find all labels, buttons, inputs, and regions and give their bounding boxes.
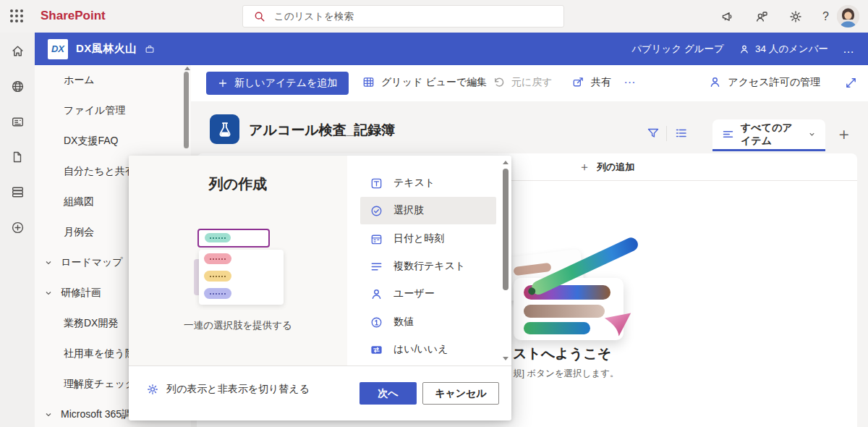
group-type-label[interactable]: パブリック グループ [631, 43, 724, 56]
tab-all-items[interactable]: すべてのアイテム [712, 119, 825, 151]
gear-icon [146, 383, 159, 396]
nav-item-faq[interactable]: DX支援FAQ [35, 126, 191, 156]
add-view-button[interactable]: ＋ [835, 123, 852, 145]
members-count-label: 34 人のメンバー [755, 43, 828, 56]
dialog-scroll-down[interactable] [503, 357, 509, 360]
create-icon[interactable] [10, 220, 25, 235]
welcome-title: ストへようこそ [513, 344, 611, 363]
app-launcher-button[interactable] [10, 9, 25, 24]
view-lines-icon [722, 128, 734, 140]
dialog-footer: 列の表示と非表示を切り替える 次へ キャンセル [129, 365, 511, 420]
dialog-preview-pane: 列の作成 一連の選択肢を提供する [129, 156, 347, 365]
person-icon [708, 75, 722, 89]
option-user[interactable]: ユーザー [360, 280, 496, 308]
chevron-down-icon [44, 289, 53, 297]
search-icon [253, 10, 266, 23]
site-header: DX DX風林火山 パブリック グループ 34 人のメンバー … [35, 33, 868, 65]
undo-button[interactable]: 元に戻す [492, 75, 553, 89]
preview-selected-box [197, 229, 270, 248]
new-item-button[interactable]: 新しいアイテムを追加 [206, 72, 349, 95]
news-icon[interactable] [10, 114, 25, 130]
nav-scroll-up[interactable] [184, 67, 190, 70]
option-multiline[interactable]: 複数行テキスト [360, 253, 496, 280]
site-more-button[interactable]: … [843, 46, 855, 53]
list-icon [210, 114, 239, 144]
documents-icon[interactable] [10, 150, 25, 164]
site-logo[interactable]: DX [48, 39, 68, 59]
create-column-dialog: 列の作成 一連の選択肢を提供する テキスト 選択肢 日付と時刻 複数行テキスト … [129, 156, 511, 420]
number-column-icon [370, 316, 383, 329]
feedback-icon[interactable] [754, 9, 769, 24]
undo-icon [492, 75, 506, 89]
toggle-columns-link[interactable]: 列の表示と非表示を切り替える [146, 383, 310, 396]
divider [666, 126, 667, 141]
option-yesno[interactable]: はい/いいえ [360, 336, 496, 363]
suite-bar: SharePoint このリストを検索 ? [0, 0, 868, 33]
site-type-icon [145, 44, 155, 54]
multiline-column-icon [370, 260, 383, 274]
nav-scrollbar[interactable] [184, 72, 189, 148]
user-column-icon [370, 287, 383, 301]
nav-item-files[interactable]: ファイル管理 [35, 96, 191, 126]
dialog-scrollbar[interactable] [503, 169, 509, 290]
search-box[interactable]: このリストを検索 [242, 5, 564, 28]
plus-icon: ＋ [579, 160, 590, 175]
view-options-icon[interactable] [674, 126, 689, 140]
announcements-icon[interactable] [720, 9, 735, 24]
option-number[interactable]: 数値 [360, 308, 496, 336]
welcome-illustration [492, 226, 662, 363]
cancel-button[interactable]: キャンセル [422, 382, 499, 405]
datetime-column-icon [370, 232, 383, 246]
yesno-column-icon [370, 343, 383, 357]
dialog-title: 列の作成 [129, 174, 347, 194]
add-column-button[interactable]: ＋ 列の追加 [579, 153, 634, 181]
chevron-down-icon [44, 410, 53, 419]
home-icon[interactable] [10, 43, 25, 59]
site-header-right: パブリック グループ 34 人のメンバー … [631, 43, 855, 56]
settings-icon[interactable] [788, 9, 803, 24]
share-icon [571, 75, 585, 89]
expand-icon[interactable] [844, 76, 858, 90]
plus-icon [218, 78, 228, 88]
dialog-caption: 一連の選択肢を提供する [129, 319, 347, 332]
next-button[interactable]: 次へ [359, 382, 417, 405]
chevron-down-icon [44, 258, 53, 267]
dialog-scroll-up[interactable] [503, 161, 509, 164]
text-column-icon [370, 177, 383, 190]
lists-icon[interactable] [10, 185, 25, 200]
nav-item-home[interactable]: ホーム [35, 65, 191, 96]
filter-icon[interactable] [646, 126, 660, 140]
share-button[interactable]: 共有 [571, 75, 611, 89]
command-bar: 新しいアイテムを追加 グリッド ビューで編集 元に戻す 共有 … アクセス許可の… [191, 65, 868, 101]
help-icon[interactable]: ? [822, 10, 829, 23]
site-name[interactable]: DX風林火山 [76, 42, 137, 56]
global-icon[interactable] [10, 79, 25, 94]
preview-card [199, 250, 284, 305]
list-title: アルコール検査_記録簿 [249, 121, 395, 140]
choice-column-icon [370, 204, 383, 218]
edit-grid-view-button[interactable]: グリッド ビューで編集 [362, 75, 487, 89]
search-placeholder: このリストを検索 [274, 10, 354, 23]
members-icon [739, 43, 750, 55]
members-link[interactable]: 34 人のメンバー [739, 43, 828, 56]
option-datetime[interactable]: 日付と時刻 [360, 225, 496, 253]
option-text[interactable]: テキスト [360, 169, 496, 197]
favorite-star-icon[interactable]: ☆ [383, 121, 395, 137]
manage-access-button[interactable]: アクセス許可の管理 [708, 75, 820, 89]
suite-bar-icons: ? [720, 0, 829, 33]
command-more-button[interactable]: … [624, 72, 637, 87]
welcome-subtitle: 規] ボタンを選択します。 [513, 368, 619, 380]
user-avatar[interactable] [837, 5, 859, 28]
option-choice[interactable]: 選択肢 [360, 197, 496, 224]
grid-icon [362, 75, 375, 89]
app-rail [0, 33, 35, 427]
chevron-down-icon [808, 130, 816, 138]
app-name[interactable]: SharePoint [41, 9, 106, 23]
